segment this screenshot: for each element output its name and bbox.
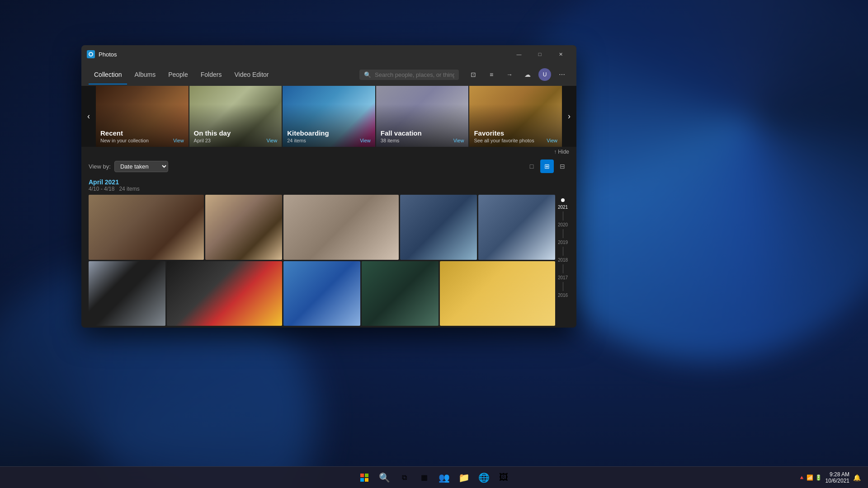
card-view-recent[interactable]: View: [173, 138, 184, 143]
card-title-thisday: On this day: [194, 129, 278, 137]
cloud-button[interactable]: ☁: [520, 67, 535, 82]
taskbar: 🔍 ⧉ ▦ 👥 📁 🌐 🖼 🔺 📶 🔋 9:28 AM 10/6/2021 🔔: [0, 466, 868, 488]
timeline-year-2020[interactable]: 2020: [558, 222, 568, 227]
photo-item-4[interactable]: [400, 195, 477, 260]
taskbar-search-button[interactable]: 🔍: [375, 469, 393, 487]
section-title: April 2021: [89, 178, 569, 186]
card-subtitle-recent: New in your collection: [100, 138, 149, 143]
featured-next-button[interactable]: ›: [562, 86, 576, 147]
card-view-thisday[interactable]: View: [267, 138, 278, 143]
featured-card-favorites[interactable]: Favorites See all your favorite photos V…: [469, 86, 562, 147]
card-content-favorites: Favorites See all your favorite photos V…: [469, 126, 562, 147]
minimize-button[interactable]: —: [509, 47, 529, 61]
timeline-year-2018[interactable]: 2018: [558, 258, 568, 263]
tab-collection[interactable]: Collection: [89, 68, 127, 81]
featured-row: ‹ Recent New in your collection View: [81, 86, 576, 147]
card-sub-thisday: April 23 View: [194, 138, 278, 143]
photo-item-2[interactable]: [205, 195, 282, 260]
user-avatar[interactable]: U: [538, 68, 551, 81]
card-title-recent: Recent: [100, 129, 184, 137]
featured-card-kiteboarding[interactable]: Kiteboarding 24 items View: [283, 86, 375, 147]
section-sub: 4/10 - 4/18 24 items: [89, 186, 569, 192]
close-button[interactable]: ✕: [550, 47, 571, 61]
section-count: 24 items: [119, 186, 139, 192]
content-area: ‹ Recent New in your collection View: [81, 86, 576, 328]
featured-card-on-this-day[interactable]: On this day April 23 View: [189, 86, 282, 147]
view-by-label: View by:: [89, 163, 111, 170]
svg-rect-3: [360, 474, 364, 477]
card-sub-recent: New in your collection View: [100, 138, 184, 143]
timeline-year-2016[interactable]: 2016: [558, 293, 568, 298]
card-sub-fall: 38 items View: [381, 138, 464, 143]
photo-item-3[interactable]: [283, 195, 399, 260]
featured-prev-button[interactable]: ‹: [81, 86, 96, 147]
hide-bar: ↑ Hide: [81, 147, 576, 157]
taskbar-start-button[interactable]: [355, 469, 373, 487]
view-mode-compact[interactable]: ⊟: [556, 160, 569, 173]
slideshow-button[interactable]: ⊡: [466, 67, 481, 82]
card-view-kite[interactable]: View: [360, 138, 371, 143]
timeline-year-2021[interactable]: 2021: [558, 205, 568, 210]
taskbar-right: 🔺 📶 🔋 9:28 AM 10/6/2021 🔔: [798, 471, 861, 484]
search-input[interactable]: [375, 71, 454, 78]
photo-row-2: [89, 261, 555, 326]
card-subtitle-fall: 38 items: [381, 138, 400, 143]
import-button[interactable]: →: [502, 67, 517, 82]
card-view-favorites[interactable]: View: [547, 138, 557, 143]
view-mode-buttons: □ ⊞ ⊟: [525, 160, 569, 173]
hide-button[interactable]: ↑ Hide: [554, 149, 569, 155]
photo-grid-container: 2021 2020 2019 2018 2017 2016: [81, 193, 576, 328]
taskbar-teams-button[interactable]: 👥: [435, 469, 453, 487]
taskbar-clock[interactable]: 9:28 AM 10/6/2021: [826, 471, 849, 484]
taskbar-notification-icon[interactable]: 🔔: [853, 474, 861, 481]
photo-item-5[interactable]: [478, 195, 555, 260]
card-view-fall[interactable]: View: [453, 138, 464, 143]
card-sub-favorites: See all your favorite photos View: [474, 138, 557, 143]
card-subtitle-thisday: April 23: [194, 138, 211, 143]
svg-rect-6: [365, 478, 368, 482]
card-subtitle-kite: 24 items: [287, 138, 306, 143]
card-content-thisday: On this day April 23 View: [189, 126, 282, 147]
featured-card-recent[interactable]: Recent New in your collection View: [96, 86, 189, 147]
svg-rect-4: [365, 474, 368, 477]
maximize-button[interactable]: □: [529, 47, 550, 61]
card-content-kite: Kiteboarding 24 items View: [283, 126, 375, 147]
taskbar-taskview-button[interactable]: ⧉: [395, 469, 413, 487]
svg-point-2: [90, 53, 92, 56]
photos-app-window: Photos — □ ✕ Collection Albums People Fo…: [81, 45, 576, 328]
photo-item-8[interactable]: [283, 261, 360, 326]
tab-folders[interactable]: Folders: [195, 68, 227, 81]
featured-card-fall-vacation[interactable]: Fall vacation 38 items View: [376, 86, 469, 147]
app-title: Photos: [99, 51, 509, 58]
taskbar-photos-button[interactable]: 🖼: [495, 469, 513, 487]
photo-item-9[interactable]: [362, 261, 439, 326]
section-header: April 2021 4/10 - 4/18 24 items: [81, 176, 576, 193]
filter-button[interactable]: ≡: [484, 67, 499, 82]
tab-albums[interactable]: Albums: [129, 68, 161, 81]
nav-actions: ⊡ ≡ → ☁ U ⋯: [466, 67, 569, 82]
tab-people[interactable]: People: [163, 68, 193, 81]
photo-item-7[interactable]: [167, 261, 282, 326]
search-box[interactable]: 🔍: [359, 70, 459, 80]
taskbar-edge-button[interactable]: 🌐: [475, 469, 493, 487]
card-sub-kite: 24 items View: [287, 138, 371, 143]
view-mode-single[interactable]: □: [525, 160, 538, 173]
more-button[interactable]: ⋯: [555, 67, 569, 82]
tab-video-editor[interactable]: Video Editor: [229, 68, 274, 81]
view-mode-grid[interactable]: ⊞: [540, 160, 554, 173]
taskbar-widgets-button[interactable]: ▦: [415, 469, 433, 487]
photo-item-10[interactable]: [440, 261, 555, 326]
card-content-recent: Recent New in your collection View: [96, 126, 189, 147]
taskbar-explorer-button[interactable]: 📁: [455, 469, 473, 487]
timeline-year-2019[interactable]: 2019: [558, 240, 568, 245]
timeline-year-2017[interactable]: 2017: [558, 275, 568, 280]
photo-item-1[interactable]: [89, 195, 204, 260]
view-by-select[interactable]: Date taken Date created Date modified: [114, 161, 168, 172]
card-title-kite: Kiteboarding: [287, 129, 371, 137]
photo-item-6[interactable]: [89, 261, 165, 326]
timeline: 2021 2020 2019 2018 2017 2016: [557, 195, 569, 326]
card-title-fall: Fall vacation: [381, 129, 464, 137]
card-content-fall: Fall vacation 38 items View: [376, 126, 469, 147]
section-date-range: 4/10 - 4/18: [89, 186, 114, 192]
taskbar-date: 10/6/2021: [826, 478, 849, 484]
